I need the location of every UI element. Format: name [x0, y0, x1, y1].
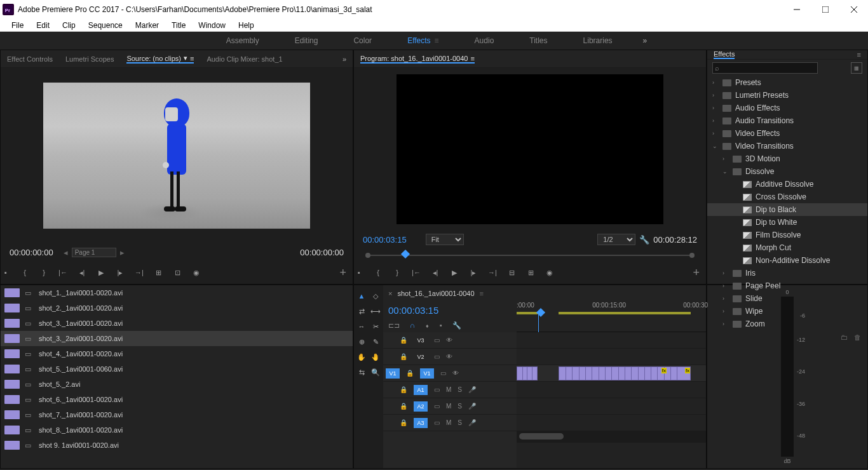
go-to-in-icon[interactable]: |← [411, 267, 421, 278]
workspace-overflow-icon[interactable]: » [643, 36, 648, 45]
timeline-h-scroll[interactable] [517, 431, 706, 443]
in-point-icon[interactable]: { [373, 267, 383, 278]
close-button[interactable] [839, 0, 868, 19]
marker-icon[interactable]: ▪ [1, 267, 11, 278]
slip-tool-icon[interactable]: ⊕ [357, 337, 366, 346]
add-button-icon[interactable]: + [339, 266, 346, 279]
play-icon[interactable]: ▶ [449, 267, 459, 278]
effects-tree-item[interactable]: ›Lumetri Presets [707, 89, 867, 102]
workspace-color[interactable]: Color [348, 32, 377, 50]
export-frame-icon[interactable]: ◉ [191, 267, 201, 278]
effects-tree-item[interactable]: Dip to Black [707, 203, 867, 216]
snap-icon[interactable]: ⊏⊐ [388, 321, 400, 330]
play-icon[interactable]: ▶ [96, 267, 106, 278]
project-item[interactable]: ▭shot_2._1avi0001-0020.avi [1, 300, 353, 316]
effects-tree-item[interactable]: Film Dissolve [707, 229, 867, 241]
zoom-tool-icon[interactable]: 🤚 [371, 352, 380, 361]
workspace-editing[interactable]: Editing [290, 32, 323, 50]
rolling-tool-icon[interactable]: ⟷ [371, 307, 380, 316]
add-button-icon[interactable]: + [693, 266, 700, 279]
tab-effects[interactable]: Effects [714, 50, 735, 59]
effects-tree-item[interactable]: ›Audio Effects [707, 102, 867, 114]
source-tc-out[interactable]: 00:00:00:00 [300, 248, 344, 257]
source-viewport[interactable] [1, 68, 353, 243]
timeline-tracks[interactable]: fxfx [517, 332, 706, 468]
zoom-tool-icon[interactable]: 🔍 [371, 368, 380, 377]
menu-help[interactable]: Help [232, 19, 261, 31]
next-page-icon[interactable]: ▸ [120, 248, 125, 257]
panel-overflow-icon[interactable]: » [342, 55, 346, 63]
video-track-header[interactable]: 🔒V2▭👁 [383, 349, 517, 365]
audio-track-header[interactable]: 🔒A1▭MS🎤 [383, 382, 517, 398]
ripple-tool-icon[interactable]: ⇄ [357, 307, 366, 316]
video-track-header[interactable]: 🔒V3▭👁 [383, 332, 517, 349]
tab-audio-clip-mixer[interactable]: Audio Clip Mixer: shot_1 [207, 55, 282, 63]
settings-icon[interactable]: 🔧 [639, 235, 649, 245]
tab-source[interactable]: Source: (no clips)▾≡ [126, 54, 194, 64]
go-to-in-icon[interactable]: |← [58, 267, 68, 278]
effects-tree-item[interactable]: ›Video Effects [707, 127, 867, 140]
workspace-assembly[interactable]: Assembly [221, 32, 264, 50]
out-point-icon[interactable]: } [392, 267, 402, 278]
menu-marker[interactable]: Marker [129, 19, 165, 31]
track-select-tool-icon[interactable]: ◇ [371, 292, 380, 300]
page-select[interactable]: Page 1 [72, 248, 116, 257]
menu-title[interactable]: Title [165, 19, 192, 31]
marker-icon[interactable]: ▪ [354, 267, 364, 278]
menu-sequence[interactable]: Sequence [82, 19, 129, 31]
step-forward-icon[interactable]: |▸ [468, 267, 478, 278]
menu-file[interactable]: File [5, 19, 30, 31]
step-back-icon[interactable]: ◂| [77, 267, 87, 278]
prev-page-icon[interactable]: ◂ [64, 248, 68, 257]
effects-tree-item[interactable]: ›3D Motion [707, 152, 867, 165]
project-item[interactable]: ▭shot_8._1avi0001-0020.avi [1, 422, 353, 438]
playback-res-select[interactable]: 1/2 [597, 234, 635, 245]
selection-tool-icon[interactable]: ▲ [357, 292, 366, 300]
sequence-tab[interactable]: shot_16._1avi0001-0040 [397, 290, 474, 297]
workspace-titles[interactable]: Titles [524, 32, 552, 50]
wrench-icon[interactable]: 🔧 [452, 321, 461, 330]
tab-lumetri-scopes[interactable]: Lumetri Scopes [65, 55, 114, 63]
lift-icon[interactable]: ⊟ [506, 267, 517, 278]
program-scrubber[interactable] [362, 248, 698, 261]
project-item[interactable]: ▭shot 9. 1avi0001-0020.avi [1, 438, 353, 453]
hand-tool-icon[interactable]: ✋ [357, 352, 366, 361]
project-item[interactable]: ▭shot_3._1avi0001-0020.avi [1, 316, 353, 331]
audio-track-header[interactable]: 🔒A2▭MS🎤 [383, 398, 517, 415]
delete-icon[interactable]: 🗑 [854, 333, 861, 341]
linked-selection-icon[interactable]: ∩ [410, 321, 415, 329]
menu-edit[interactable]: Edit [30, 19, 56, 31]
marker-icon[interactable]: ⬧ [425, 321, 430, 329]
step-back-icon[interactable]: ◂| [430, 267, 440, 278]
panel-menu-icon[interactable]: ≡ [857, 51, 861, 58]
effects-tree-item[interactable]: ›Page Peel [707, 279, 867, 292]
extract-icon[interactable]: ⊞ [526, 267, 536, 278]
new-bin-icon[interactable]: 🗀 [841, 333, 848, 341]
close-icon[interactable]: × [388, 290, 392, 297]
menu-window[interactable]: Window [192, 19, 232, 31]
out-point-icon[interactable]: } [39, 267, 49, 278]
timeline-timecode[interactable]: 00:00:03:15 [383, 302, 517, 318]
video-track-header[interactable]: V1🔒V1▭👁 [383, 365, 517, 382]
program-viewport[interactable] [354, 68, 706, 231]
audio-track-header[interactable]: 🔒A3▭MS🎤 [383, 415, 517, 431]
menu-clip[interactable]: Clip [56, 19, 82, 31]
go-to-out-icon[interactable]: →| [134, 267, 144, 278]
pen-tool-icon[interactable]: ✎ [371, 337, 380, 346]
project-item[interactable]: ▭shot_1._1avi0001-0020.avi [1, 285, 353, 300]
effects-tree-item[interactable]: Dip to White [707, 216, 867, 229]
program-tc-current[interactable]: 00:00:03:15 [363, 235, 407, 245]
tab-program[interactable]: Program: shot_16._1avi0001-0040≡ [360, 55, 475, 64]
effects-tree-item[interactable]: ›Audio Transitions [707, 114, 867, 127]
source-tc-in[interactable]: 00:00:00:00 [10, 248, 53, 257]
timeline-ruler[interactable]: :00:00 00:00:15:00 00:00:30 [517, 302, 706, 332]
project-item[interactable]: ▭shot_4._1avi0001-0020.avi [1, 346, 353, 361]
workspace-audio[interactable]: Audio [470, 32, 499, 50]
effects-tree-item[interactable]: Additive Dissolve [707, 178, 867, 191]
project-item[interactable]: ▭shot_5._2.avi [1, 377, 353, 392]
insert-icon[interactable]: ⊞ [153, 267, 163, 278]
export-frame-icon[interactable]: ◉ [545, 267, 555, 278]
effects-search-input[interactable] [712, 62, 818, 74]
effects-tree-item[interactable]: ›Iris [707, 267, 867, 279]
overwrite-icon[interactable]: ⊡ [172, 267, 182, 278]
